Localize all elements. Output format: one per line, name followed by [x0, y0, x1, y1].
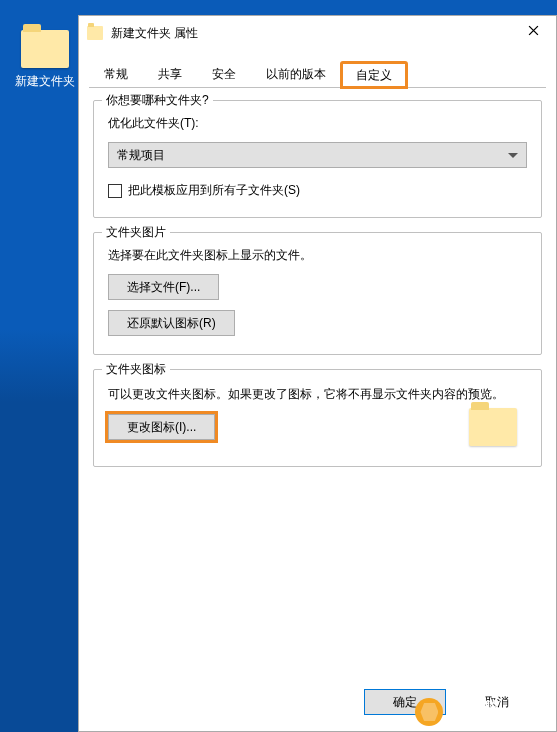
icon-desc: 可以更改文件夹图标。如果更改了图标，它将不再显示文件夹内容的预览。: [108, 384, 527, 404]
apply-template-checkbox[interactable]: [108, 184, 122, 198]
choose-file-button[interactable]: 选择文件(F)...: [108, 274, 219, 300]
tab-security[interactable]: 安全: [197, 61, 251, 87]
change-icon-button[interactable]: 更改图标(I)...: [108, 414, 215, 440]
group-folder-type: 你想要哪种文件夹? 优化此文件夹(T): 常规项目 把此模板应用到所有子文件夹(…: [93, 100, 542, 218]
tab-sharing[interactable]: 共享: [143, 61, 197, 87]
chevron-down-icon: [508, 153, 518, 158]
optimize-label: 优化此文件夹(T):: [108, 115, 527, 132]
properties-dialog: 新建文件夹 属性 常规 共享 安全 以前的版本 自定义 你想要哪种文件夹? 优化…: [78, 15, 557, 732]
close-icon: [528, 25, 539, 36]
dialog-title: 新建文件夹 属性: [111, 25, 510, 42]
group-folder-icon: 文件夹图标 可以更改文件夹图标。如果更改了图标，它将不再显示文件夹内容的预览。 …: [93, 369, 542, 467]
close-button[interactable]: [510, 16, 556, 44]
group-folder-picture: 文件夹图片 选择要在此文件夹图标上显示的文件。 选择文件(F)... 还原默认图…: [93, 232, 542, 355]
group-title: 你想要哪种文件夹?: [102, 92, 213, 109]
cancel-button[interactable]: 取消: [456, 689, 538, 715]
group-title: 文件夹图片: [102, 224, 170, 241]
group-title: 文件夹图标: [102, 361, 170, 378]
tab-general[interactable]: 常规: [89, 61, 143, 87]
optimize-dropdown[interactable]: 常规项目: [108, 142, 527, 168]
picture-desc: 选择要在此文件夹图标上显示的文件。: [108, 247, 527, 264]
dropdown-value: 常规项目: [117, 147, 165, 164]
desktop-folder-label: 新建文件夹: [10, 73, 80, 90]
tab-customize[interactable]: 自定义: [341, 62, 407, 88]
tab-previous-versions[interactable]: 以前的版本: [251, 61, 341, 87]
dialog-footer: 确定 取消: [79, 673, 556, 731]
folder-icon: [87, 26, 103, 40]
tabstrip: 常规 共享 安全 以前的版本 自定义: [89, 62, 546, 88]
apply-template-label: 把此模板应用到所有子文件夹(S): [128, 182, 300, 199]
folder-icon-preview: [469, 408, 517, 446]
desktop-folder[interactable]: 新建文件夹: [10, 30, 80, 90]
folder-icon: [21, 30, 69, 68]
tab-content: 你想要哪种文件夹? 优化此文件夹(T): 常规项目 把此模板应用到所有子文件夹(…: [79, 88, 556, 673]
restore-default-button[interactable]: 还原默认图标(R): [108, 310, 235, 336]
apply-template-row: 把此模板应用到所有子文件夹(S): [108, 182, 527, 199]
titlebar: 新建文件夹 属性: [79, 16, 556, 50]
ok-button[interactable]: 确定: [364, 689, 446, 715]
